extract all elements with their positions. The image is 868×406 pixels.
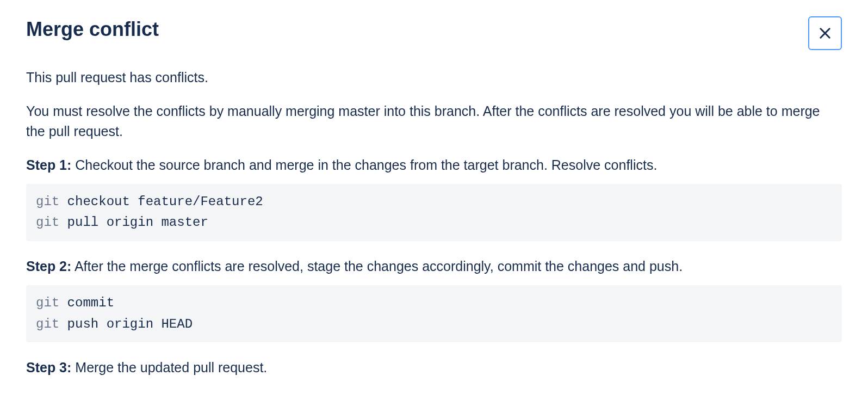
step-2-line: Step 2: After the merge conflicts are re… <box>26 256 842 277</box>
step-3-line: Step 3: Merge the updated pull request. <box>26 358 842 378</box>
step-2-text: After the merge conflicts are resolved, … <box>71 259 683 274</box>
step-1-code-block: git checkout feature/Feature2 git pull o… <box>26 184 842 241</box>
close-icon <box>817 26 833 41</box>
step-1-text: Checkout the source branch and merge in … <box>71 157 657 173</box>
code-text: pull origin master <box>59 215 208 230</box>
step-2-code-block: git commit git push origin HEAD <box>26 285 842 342</box>
intro-text-2: You must resolve the conflicts by manual… <box>26 101 842 142</box>
code-text: checkout feature/Feature2 <box>59 194 263 209</box>
dialog-header: Merge conflict <box>26 17 842 50</box>
step-1-line: Step 1: Checkout the source branch and m… <box>26 155 842 176</box>
close-button[interactable] <box>808 16 842 50</box>
intro-text-1: This pull request has conflicts. <box>26 67 842 88</box>
code-keyword: git <box>36 194 59 209</box>
code-text: push origin HEAD <box>59 317 193 331</box>
step-2-label: Step 2: <box>26 259 71 274</box>
dialog-title: Merge conflict <box>26 17 159 41</box>
code-text: commit <box>59 296 114 310</box>
code-keyword: git <box>36 296 59 310</box>
step-1-label: Step 1: <box>26 157 71 173</box>
step-3-label: Step 3: <box>26 360 71 375</box>
code-keyword: git <box>36 215 59 230</box>
step-3-text: Merge the updated pull request. <box>71 360 267 375</box>
code-keyword: git <box>36 317 59 331</box>
